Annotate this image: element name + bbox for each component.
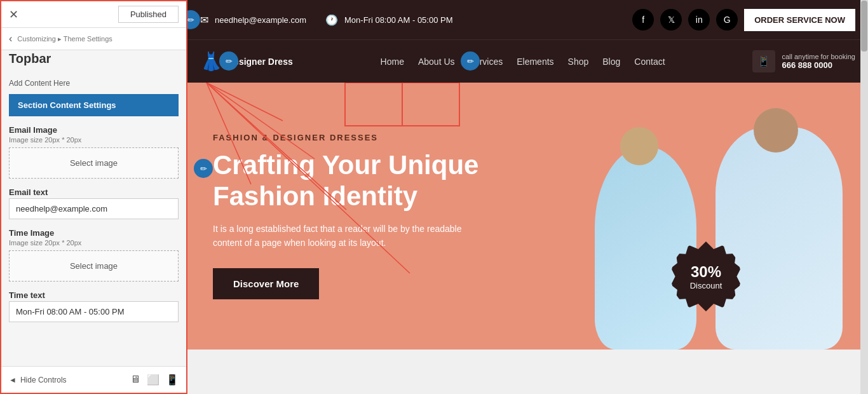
navbar-right: 📱 call anytime for booking 666 888 0000 xyxy=(752,50,855,72)
nav-home[interactable]: Home xyxy=(381,57,404,67)
panel-content: Add Content Here Section Content Setting… xyxy=(1,71,186,366)
left-customizer-panel: ✕ Published ‹ Customizing ▸ Theme Settin… xyxy=(0,0,187,394)
discount-text: Discount xyxy=(690,281,722,290)
svg-rect-5 xyxy=(345,83,402,126)
edit-hero-icon[interactable]: ✏ xyxy=(194,159,213,178)
call-label: call anytime for booking xyxy=(782,53,855,60)
email-image-select[interactable]: Select image xyxy=(9,147,179,179)
woman-image xyxy=(709,102,849,350)
time-image-select[interactable]: Select image xyxy=(9,250,179,282)
bottom-bar: ◄ Hide Controls 🖥 ⬜ 📱 xyxy=(1,366,186,393)
discover-more-button[interactable]: Discover More xyxy=(213,268,319,299)
edit-navlinks-icon[interactable]: ✏ xyxy=(461,51,480,71)
time-text-label: Time text xyxy=(9,290,179,300)
hide-icon: ◄ xyxy=(9,376,17,384)
tablet-icon[interactable]: ⬜ xyxy=(147,374,159,386)
time-image-sublabel: Image size 20px * 20px xyxy=(9,239,179,247)
time-text-field: Time text xyxy=(9,290,179,322)
breadcrumb: Customizing ▸ Theme Settings xyxy=(17,35,112,43)
topbar-email-text: needhelp@example.com xyxy=(215,15,306,25)
phone-info-block: call anytime for booking 666 888 0000 xyxy=(782,53,855,70)
email-image-label: Email Image xyxy=(9,125,179,135)
published-button[interactable]: Published xyxy=(118,6,179,23)
email-image-field: Email Image Image size 20px * 20px Selec… xyxy=(9,125,179,179)
section-content-settings-button[interactable]: Section Content Settings xyxy=(9,94,179,116)
edit-topbar-icon[interactable]: ✏ xyxy=(187,10,200,29)
topbar-right: f 𝕏 in G ORDER SERVICE NOW xyxy=(632,9,855,31)
back-arrow-icon[interactable]: ‹ xyxy=(9,33,12,44)
nav-contact[interactable]: Contact xyxy=(634,57,665,67)
phone-number: 666 888 0000 xyxy=(782,60,855,70)
scrollbar-thumb[interactable] xyxy=(861,1,867,51)
hero-images xyxy=(582,102,849,350)
time-icon: 🕐 xyxy=(325,14,338,26)
preview-area: ✏ ✉ needhelp@example.com 🕐 Mon-Fri 08:00… xyxy=(187,0,868,394)
facebook-icon[interactable]: f xyxy=(632,9,654,31)
nav-shop[interactable]: Shop xyxy=(568,57,589,67)
mobile-icon[interactable]: 📱 xyxy=(166,374,179,386)
svg-line-1 xyxy=(207,83,283,121)
google-icon[interactable]: G xyxy=(716,9,738,31)
scrollbar[interactable] xyxy=(860,0,868,394)
order-service-button[interactable]: ORDER SERVICE NOW xyxy=(744,9,855,31)
top-bar: ✕ Published xyxy=(1,1,186,28)
desktop-icon[interactable]: 🖥 xyxy=(130,374,140,386)
time-image-label: Time Image xyxy=(9,228,179,238)
svg-rect-6 xyxy=(402,83,459,126)
email-text-label: Email text xyxy=(9,187,179,197)
hero-description: It is a long established fact that a rea… xyxy=(213,222,480,250)
hide-controls-button[interactable]: ◄ Hide Controls xyxy=(9,376,67,384)
add-content-label: Add Content Here xyxy=(9,79,179,88)
navbar-links: Home About Us Services Elements Shop Blo… xyxy=(381,57,665,67)
nav-elements[interactable]: Elements xyxy=(517,57,553,67)
edit-logo-icon[interactable]: ✏ xyxy=(219,51,238,71)
discount-percent: 30% xyxy=(691,263,721,281)
preview-hero: ✏ FASHION & DESIGNER DRESSES Crafting Yo… xyxy=(187,83,868,350)
time-text-input[interactable] xyxy=(9,301,179,322)
mannequin-image xyxy=(582,108,709,350)
hide-controls-label: Hide Controls xyxy=(20,376,67,384)
device-icons: 🖥 ⬜ 📱 xyxy=(130,374,179,386)
hero-content: FASHION & DESIGNER DRESSES Crafting Your… xyxy=(213,133,480,299)
email-image-sublabel: Image size 20px * 20px xyxy=(9,136,179,144)
nav-blog[interactable]: Blog xyxy=(602,57,620,67)
topbar-left: ✉ needhelp@example.com 🕐 Mon-Fri 08:00 A… xyxy=(200,14,453,26)
hero-subtitle: FASHION & DESIGNER DRESSES xyxy=(213,133,480,142)
nav-about[interactable]: About Us xyxy=(418,57,455,67)
panel-nav: ‹ Customizing ▸ Theme Settings xyxy=(1,28,186,50)
email-icon: ✉ xyxy=(200,14,208,26)
phone-icon: 📱 xyxy=(757,56,770,67)
time-image-field: Time Image Image size 20px * 20px Select… xyxy=(9,228,179,282)
topbar-time-text: Mon-Fri 08:00 AM - 05:00 PM xyxy=(344,15,453,25)
preview-navbar: ✏ ✏ 👗 Designer Dress Home About Us Servi… xyxy=(187,39,868,83)
preview-topbar: ✏ ✉ needhelp@example.com 🕐 Mon-Fri 08:00… xyxy=(187,0,868,39)
email-text-input[interactable] xyxy=(9,198,179,219)
linkedin-icon[interactable]: in xyxy=(688,9,710,31)
hero-title: Crafting Your Unique Fashion Identity xyxy=(213,150,480,212)
phone-icon-wrap: 📱 xyxy=(752,50,775,72)
email-text-field: Email text xyxy=(9,187,179,219)
twitter-icon[interactable]: 𝕏 xyxy=(660,9,682,31)
navbar-logo: 👗 Designer Dress xyxy=(200,51,293,72)
panel-title: Topbar xyxy=(1,50,186,71)
close-icon[interactable]: ✕ xyxy=(9,8,18,22)
